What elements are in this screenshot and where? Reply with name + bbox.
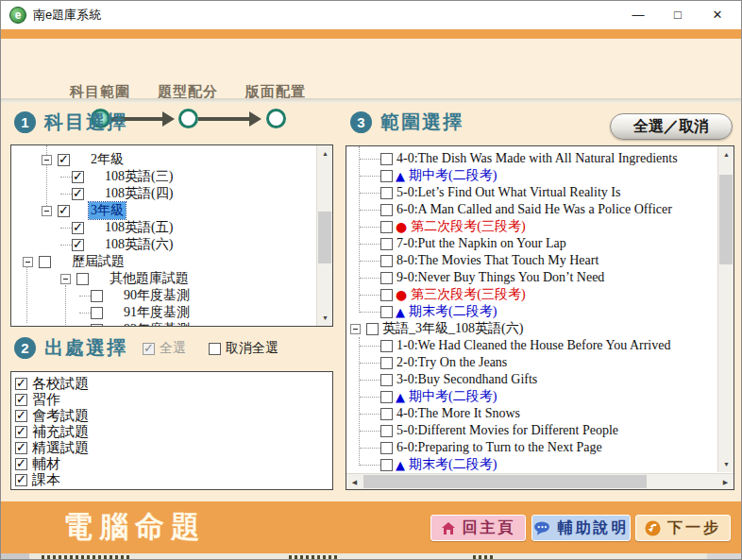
checkbox[interactable] bbox=[380, 238, 393, 250]
checkbox[interactable] bbox=[72, 239, 84, 251]
range-item-label[interactable]: 8-0:The Movies That Touch My Heart bbox=[396, 253, 599, 268]
range-item-label[interactable]: 英語_3年級_108英語(六) bbox=[382, 320, 523, 337]
checkbox[interactable] bbox=[15, 442, 27, 454]
checkbox[interactable] bbox=[380, 357, 393, 369]
checkbox[interactable] bbox=[380, 187, 393, 199]
help-button-label: 輔助說明 bbox=[558, 518, 630, 538]
tree-expander-icon[interactable] bbox=[23, 257, 33, 267]
tree-expander-icon[interactable] bbox=[350, 324, 361, 334]
help-button[interactable]: 輔助說明 bbox=[531, 515, 631, 541]
tree-item-label[interactable]: 91年度基測 bbox=[122, 304, 192, 321]
range-item-label[interactable]: 7-0:Put the Napkin on Your Lap bbox=[396, 236, 566, 251]
checkbox[interactable] bbox=[72, 171, 84, 183]
checkbox[interactable] bbox=[380, 391, 393, 403]
source-list-item[interactable]: 會考試題 bbox=[15, 408, 332, 424]
checkbox[interactable] bbox=[58, 154, 70, 166]
checkbox[interactable] bbox=[72, 222, 84, 234]
source-list-item[interactable]: 輔材 bbox=[15, 456, 332, 472]
checkbox[interactable] bbox=[380, 272, 393, 284]
scrollbar-thumb[interactable] bbox=[363, 475, 647, 488]
tree-item-label[interactable]: 3年級 bbox=[89, 202, 126, 219]
checkbox[interactable] bbox=[380, 221, 393, 233]
checkbox[interactable] bbox=[91, 324, 103, 328]
checkbox[interactable] bbox=[380, 153, 393, 165]
checkbox[interactable] bbox=[58, 205, 70, 217]
tree-expander-icon[interactable] bbox=[42, 155, 52, 165]
section-divider bbox=[1, 98, 742, 103]
tree-connector bbox=[60, 228, 72, 229]
tree-item-label[interactable]: 90年度基測 bbox=[122, 287, 192, 304]
horizontal-scrollbar[interactable]: ◀ ▶ bbox=[346, 473, 734, 489]
select-toggle-button[interactable]: 全選／取消 bbox=[610, 113, 733, 140]
range-tree-item: 英語_3年級_108英語(六) bbox=[346, 320, 717, 337]
checkbox[interactable] bbox=[380, 204, 393, 216]
checkbox[interactable] bbox=[15, 378, 27, 390]
tree-item-label[interactable]: 2年級 bbox=[89, 151, 126, 168]
maximize-button[interactable]: □ bbox=[658, 1, 698, 29]
checkbox[interactable] bbox=[380, 442, 393, 454]
select-all-checkbox[interactable] bbox=[143, 343, 155, 355]
checkbox[interactable] bbox=[15, 394, 27, 406]
source-list-item[interactable]: 習作 bbox=[15, 392, 332, 408]
deselect-all-checkbox[interactable] bbox=[209, 343, 221, 355]
next-button[interactable]: 下一步 bbox=[635, 515, 731, 541]
tree-expander-icon[interactable] bbox=[60, 274, 71, 284]
tree-item-label[interactable]: 108英語(六) bbox=[103, 236, 175, 253]
minimize-button[interactable]: — bbox=[618, 1, 658, 29]
range-item-label[interactable]: 1-0:We Had Cleaned the House Before You … bbox=[396, 338, 670, 353]
select-all-option[interactable]: 全選 bbox=[143, 340, 186, 357]
range-item-label[interactable]: 6-0:Preparing to Turn to the Next Page bbox=[396, 440, 602, 455]
tree-item-label[interactable]: 108英語(五) bbox=[103, 219, 175, 236]
checkbox[interactable] bbox=[380, 170, 393, 182]
checkbox[interactable] bbox=[91, 290, 103, 302]
tree-item-label[interactable]: 歷屆試題 bbox=[70, 253, 126, 270]
checkbox[interactable] bbox=[380, 459, 393, 471]
source-list-item[interactable]: 課本 bbox=[15, 472, 332, 488]
range-item-label[interactable]: 第二次段考(三段考) bbox=[411, 218, 525, 235]
checkbox[interactable] bbox=[15, 458, 27, 470]
home-button[interactable]: 回主頁 bbox=[430, 515, 526, 541]
tree-item-label[interactable]: 其他題庫試題 bbox=[108, 270, 191, 287]
source-list-item[interactable]: 精選試題 bbox=[15, 440, 332, 456]
checkbox[interactable] bbox=[380, 425, 393, 437]
checkbox[interactable] bbox=[380, 306, 393, 318]
checkbox[interactable] bbox=[39, 256, 51, 268]
source-list-item[interactable]: 補充試題 bbox=[15, 424, 332, 440]
range-item-label[interactable]: 期末考(二段考) bbox=[409, 303, 497, 320]
checkbox[interactable] bbox=[380, 408, 393, 420]
source-list-item[interactable]: 各校試題 bbox=[15, 376, 332, 392]
checkbox[interactable] bbox=[366, 323, 379, 335]
range-item-label[interactable]: 6-0:A Man Called and Said He Was a Polic… bbox=[396, 202, 672, 217]
checkbox[interactable] bbox=[380, 255, 393, 267]
range-item-label[interactable]: 第三次段考(三段考) bbox=[411, 286, 525, 303]
tree-item-label[interactable]: 92年度基測 bbox=[122, 321, 192, 327]
checkbox[interactable] bbox=[15, 474, 27, 486]
range-item-label[interactable]: 期中考(二段考) bbox=[409, 388, 497, 405]
range-item-label[interactable]: 3-0:Buy Secondhand Gifts bbox=[396, 372, 537, 387]
checkbox[interactable] bbox=[15, 410, 27, 422]
checkbox[interactable] bbox=[380, 289, 393, 301]
vertical-scrollbar[interactable]: ▲ ▼ bbox=[717, 146, 734, 472]
deselect-all-option[interactable]: 取消全選 bbox=[209, 340, 278, 357]
vertical-scrollbar[interactable]: ▲ ▼ bbox=[316, 145, 332, 326]
checkbox[interactable] bbox=[15, 426, 27, 438]
range-item-label[interactable]: 2-0:Try On the Jeans bbox=[396, 355, 507, 370]
tree-item-label[interactable]: 108英語(三) bbox=[103, 168, 175, 185]
range-item-label[interactable]: 4-0:The Dish Was Made with All Natural I… bbox=[396, 151, 678, 166]
tree-item-label[interactable]: 108英語(四) bbox=[103, 185, 175, 202]
range-item-label[interactable]: 期末考(二段考) bbox=[409, 456, 497, 473]
range-item-label[interactable]: 5-0:Different Movies for Different Peopl… bbox=[396, 423, 618, 438]
scrollbar-thumb[interactable] bbox=[318, 212, 331, 263]
range-item-label[interactable]: 9-0:Never Buy Things You Don’t Need bbox=[396, 270, 604, 285]
range-item-label[interactable]: 5-0:Let’s Find Out What Virtual Reality … bbox=[396, 185, 620, 200]
scrollbar-thumb[interactable] bbox=[719, 175, 733, 264]
tree-expander-icon[interactable] bbox=[42, 206, 52, 216]
checkbox[interactable] bbox=[380, 340, 393, 352]
checkbox[interactable] bbox=[91, 307, 103, 319]
checkbox[interactable] bbox=[380, 374, 393, 386]
close-button[interactable]: ✕ bbox=[698, 1, 737, 29]
range-item-label[interactable]: 4-0:The More It Snows bbox=[396, 406, 520, 421]
checkbox[interactable] bbox=[76, 273, 89, 285]
checkbox[interactable] bbox=[72, 188, 84, 200]
range-item-label[interactable]: 期中考(二段考) bbox=[409, 167, 497, 184]
